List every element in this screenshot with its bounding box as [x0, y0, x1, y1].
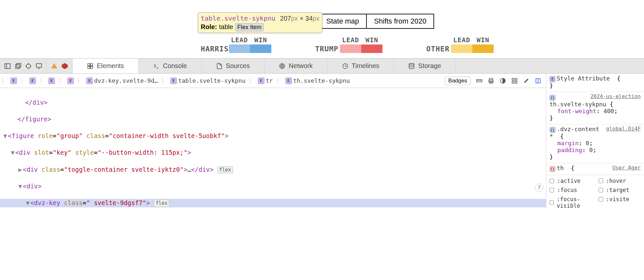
- tooltip-role-label: Role:: [201, 23, 217, 30]
- page-content: table.svelte-sykpnu 207px × 34px Role:ta…: [0, 0, 644, 58]
- console-icon: [153, 63, 160, 69]
- tab-console-label: Console: [163, 62, 187, 70]
- print-icon[interactable]: [488, 78, 494, 84]
- svg-rect-13: [88, 66, 90, 68]
- legend-harris-label: HARRIS: [199, 45, 229, 53]
- legend: LEAD WIN HARRIS LEAD WIN TRUMP: [199, 36, 503, 54]
- pseudo-class-toggles: :active :focus :focus-visible :focus-wit…: [546, 175, 644, 209]
- svg-rect-32: [512, 78, 514, 80]
- svg-rect-33: [515, 78, 517, 80]
- tab-timelines[interactable]: Timelines: [328, 59, 394, 73]
- dock-side-icon[interactable]: [4, 62, 11, 70]
- swatch-other-win: [472, 44, 494, 53]
- legend-win-header: WIN: [250, 36, 271, 44]
- tab-timelines-label: Timelines: [352, 62, 380, 70]
- pseudo-focus[interactable]: :focus: [548, 185, 593, 195]
- tab-state-map[interactable]: State map: [318, 14, 367, 29]
- pseudo-hover[interactable]: :hover: [597, 176, 642, 185]
- svg-rect-14: [91, 66, 93, 68]
- legend-lead-header: LEAD: [229, 36, 250, 44]
- swatch-harris-win: [250, 44, 271, 53]
- error-icon[interactable]: [61, 62, 68, 70]
- crumb-dvz[interactable]: E dvz-key.svelte-9d…: [84, 77, 160, 84]
- grid-icon[interactable]: [511, 78, 518, 84]
- crumb-th[interactable]: E th.svelte-sykpnu: [283, 77, 352, 84]
- page-tab-row: es State map Shifts from 2020: [304, 14, 434, 29]
- svg-rect-9: [36, 63, 42, 67]
- sources-icon: [216, 63, 223, 69]
- legend-other-label: OTHER: [425, 45, 451, 53]
- ruler-icon[interactable]: [476, 78, 483, 84]
- rule-th-ua[interactable]: User Ager {}th {: [546, 163, 644, 175]
- tab-network-label: Network: [289, 62, 313, 70]
- crumb-table[interactable]: E table.svelte-sykpnu: [168, 77, 247, 84]
- tab-storage[interactable]: Storage: [394, 59, 456, 73]
- tab-elements-label: Elements: [97, 62, 124, 70]
- timelines-icon: [342, 63, 348, 69]
- styles-pane: EStyle Attribute {} 2024-us-election {}t…: [546, 74, 644, 208]
- tab-sources-label: Sources: [226, 62, 250, 70]
- tab-console[interactable]: Console: [139, 59, 201, 73]
- crumb-e3[interactable]: E: [46, 78, 57, 84]
- legend-trump-label: TRUMP: [314, 45, 340, 53]
- tab-sources[interactable]: Sources: [202, 59, 264, 73]
- legend-win-header-2: WIN: [361, 36, 382, 44]
- pseudo-active[interactable]: :active: [548, 176, 593, 185]
- tab-network[interactable]: Network: [264, 59, 327, 73]
- svg-rect-12: [91, 63, 93, 66]
- svg-point-4: [26, 64, 31, 68]
- tooltip-role-value: table: [219, 23, 233, 30]
- crumb-e2[interactable]: E: [27, 78, 38, 84]
- crumb-tr[interactable]: E tr: [256, 77, 275, 84]
- warning-icon[interactable]: [51, 62, 58, 70]
- swatch-trump-win: [361, 44, 382, 53]
- legend-harris: LEAD WIN HARRIS: [199, 36, 304, 54]
- legend-trump: LEAD WIN TRUMP: [314, 36, 382, 54]
- tooltip-dims: 207px × 34px: [280, 14, 320, 23]
- inspect-tooltip: table.svelte-sykpnu 207px × 34px Role:ta…: [198, 12, 322, 33]
- swatch-trump-lead: [340, 44, 361, 53]
- elements-icon: [87, 63, 93, 69]
- inspect-target-icon[interactable]: [25, 62, 32, 70]
- svg-rect-34: [512, 81, 514, 83]
- svg-rect-3: [17, 63, 21, 67]
- swatch-harris-lead: [229, 44, 250, 53]
- brush-icon[interactable]: [523, 78, 530, 84]
- tab-elements[interactable]: Elements: [73, 59, 139, 73]
- svg-rect-0: [5, 63, 10, 68]
- badges-button[interactable]: Badges: [445, 77, 471, 85]
- legend-lead-header-2: LEAD: [340, 36, 361, 44]
- svg-rect-11: [88, 63, 90, 66]
- contrast-icon[interactable]: [500, 78, 506, 84]
- help-button[interactable]: ?: [535, 184, 543, 192]
- tooltip-flex-chip: Flex Item: [235, 23, 264, 31]
- pseudo-visited[interactable]: :visite: [597, 195, 642, 204]
- rule-style-attribute[interactable]: EStyle Attribute {}: [546, 74, 644, 92]
- storage-icon: [408, 63, 415, 69]
- box-model-icon[interactable]: [535, 78, 541, 84]
- pseudo-target[interactable]: :target: [597, 185, 642, 195]
- legend-win-header-3: WIN: [472, 36, 494, 44]
- tab-storage-label: Storage: [418, 62, 441, 70]
- tab-shifts[interactable]: Shifts from 2020: [366, 14, 434, 29]
- breadcrumb-bar: 〉 E 〉 E 〉 E 〉 E 〉 E dvz-key.svelte-9d… 〉…: [0, 74, 546, 88]
- devtools-panel: Elements Console Sources Network Timelin…: [0, 58, 644, 208]
- swatch-other-lead: [451, 44, 472, 53]
- tooltip-selector: table.svelte-sykpnu: [201, 14, 276, 23]
- svg-rect-2: [16, 64, 20, 68]
- pseudo-focus-visible[interactable]: :focus-visible: [548, 195, 593, 209]
- devtools-tab-bar: Elements Console Sources Network Timelin…: [0, 59, 644, 74]
- crumb-e4[interactable]: E: [65, 78, 76, 84]
- svg-point-22: [409, 63, 414, 65]
- crumb-e1[interactable]: E: [8, 78, 19, 84]
- network-icon: [279, 63, 285, 69]
- rule-dvz-content[interactable]: global.Di4F {}.dvz-content * { margin: 0…: [546, 124, 644, 164]
- rule-th-svelte[interactable]: 2024-us-election {}th.svelte-sykpnu { fo…: [546, 92, 644, 124]
- svg-rect-23: [477, 79, 482, 82]
- dom-tree[interactable]: </div> </figure> ▼<figure role="group" c…: [0, 88, 546, 208]
- svg-rect-35: [515, 81, 517, 83]
- dock-popout-icon[interactable]: [14, 62, 22, 70]
- legend-lead-header-3: LEAD: [451, 36, 472, 44]
- device-icon[interactable]: [35, 62, 42, 70]
- legend-other: LEAD WIN OTHER: [425, 36, 494, 54]
